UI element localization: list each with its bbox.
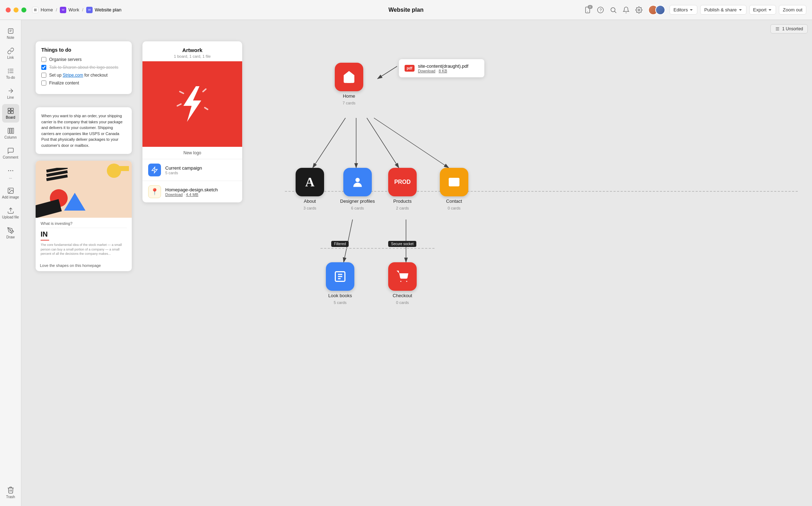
breadcrumb-current-label: Website plan <box>95 7 121 12</box>
todo-checkbox-3[interactable] <box>41 73 46 78</box>
artwork-header: Artwork 1 board, 1 card, 1 file <box>142 41 242 61</box>
sidebar-item-upload[interactable]: Upload file <box>2 204 19 222</box>
designer-node-label: Designer profiles <box>340 198 375 204</box>
search-icon[interactable] <box>610 6 617 14</box>
svg-rect-17 <box>11 111 13 114</box>
text-card: When you want to ship an order, your shi… <box>36 107 132 154</box>
pdf-download-link[interactable]: Download <box>418 69 436 73</box>
addimage-icon <box>7 187 14 194</box>
svg-line-42 <box>374 118 449 168</box>
file-icon: 📍 <box>148 185 161 198</box>
todo-item-3[interactable]: Set up Stripe.com for checkout <box>41 73 126 78</box>
todo-item-4[interactable]: Finalize content <box>41 81 126 86</box>
sidebar-item-more[interactable]: ... <box>2 164 19 182</box>
sidebar-item-line[interactable]: Line <box>2 84 19 103</box>
designer-node-icon <box>343 168 372 196</box>
node-checkout[interactable]: Checkout 0 cards <box>388 262 417 305</box>
home-node-icon <box>335 63 363 91</box>
todo-title: Things to do <box>41 47 126 53</box>
export-button[interactable]: Export <box>749 5 776 15</box>
todo-text-1: Organise servers <box>49 57 82 62</box>
artwork-red-box <box>142 61 242 147</box>
sidebar-item-addimage[interactable]: Add image <box>2 184 19 202</box>
draw-icon <box>7 227 14 234</box>
artwork-new-logo: New logo <box>142 147 242 159</box>
node-about[interactable]: A About 3 cards <box>296 168 324 210</box>
breadcrumb-sep-2: / <box>82 7 83 12</box>
breadcrumb-sep-1: / <box>56 7 57 12</box>
stripe-link[interactable]: Stripe.com <box>63 73 83 78</box>
column-icon <box>7 127 14 134</box>
sidebar-item-comment[interactable]: Comment <box>2 144 19 162</box>
close-button[interactable] <box>6 7 11 12</box>
todo-item-1[interactable]: Organise servers <box>41 57 126 62</box>
svg-line-32 <box>180 92 183 93</box>
lookbooks-node-icon <box>326 262 354 291</box>
unsorted-button[interactable]: 1 Unsorted <box>770 24 808 33</box>
device-icon[interactable]: 0 <box>584 6 591 14</box>
link-icon <box>7 47 14 55</box>
todo-checkbox-2[interactable] <box>41 65 46 70</box>
todo-item-2[interactable]: Talk to Sharon about the logo assets <box>41 65 126 70</box>
artwork-title: Artwork <box>148 47 236 53</box>
svg-rect-16 <box>8 111 10 114</box>
column-label: Column <box>4 135 16 139</box>
file-size: 4.4 MB <box>186 192 198 197</box>
breadcrumb-current[interactable]: W Website plan <box>86 7 121 13</box>
line-draw-icon <box>7 87 14 94</box>
svg-rect-18 <box>8 128 9 134</box>
svg-point-45 <box>355 178 360 182</box>
sidebar-item-note[interactable]: Note <box>2 24 19 43</box>
svg-point-21 <box>8 170 9 171</box>
svg-point-4 <box>611 7 615 12</box>
sidebar-item-draw[interactable]: Draw <box>2 224 19 242</box>
link-label: Link <box>7 56 14 60</box>
pdf-download[interactable]: Download · 8 KB <box>418 69 469 73</box>
svg-point-6 <box>638 9 640 11</box>
breadcrumb-work[interactable]: W Work <box>60 7 79 13</box>
svg-rect-20 <box>12 128 14 134</box>
campaign-count: 5 cards <box>165 171 236 175</box>
device-badge: 0 <box>588 5 593 9</box>
comment-icon <box>7 147 14 154</box>
sidebar-item-column[interactable]: Column <box>2 124 19 143</box>
node-lookbooks[interactable]: Look books 5 cards <box>326 262 354 305</box>
svg-point-51 <box>406 281 407 282</box>
page-title: Website plan <box>389 7 423 13</box>
file-download-link[interactable]: Download <box>165 192 183 197</box>
lookbooks-node-label: Look books <box>328 293 352 298</box>
node-designer[interactable]: Designer profiles 6 cards <box>340 168 375 210</box>
minimize-button[interactable] <box>14 7 19 12</box>
help-icon[interactable]: ? <box>597 6 604 14</box>
file-download[interactable]: Download · 4.4 MB <box>165 192 218 197</box>
avatar-2 <box>655 5 665 15</box>
node-home[interactable]: Home 7 cards <box>335 63 363 105</box>
settings-icon[interactable] <box>635 6 642 14</box>
svg-line-35 <box>205 108 208 109</box>
zoom-out-button[interactable]: Zoom out <box>779 5 806 15</box>
todo-checkbox-1[interactable] <box>41 57 46 62</box>
sidebar-item-trash[interactable]: Trash <box>2 483 19 502</box>
lookbooks-node-sub: 5 cards <box>334 300 347 305</box>
todo-checkbox-4[interactable] <box>41 81 46 86</box>
file-row[interactable]: 📍 Homepage-design.sketch Download · 4.4 … <box>142 181 242 202</box>
breadcrumb-home[interactable]: ⊞ Home <box>32 7 53 13</box>
canvas: 1 Unsorted Things to do Organise servers… <box>21 20 812 506</box>
checkout-node-label: Checkout <box>393 293 412 298</box>
node-contact[interactable]: Contact 0 cards <box>440 168 468 210</box>
campaign-row[interactable]: Current campaign 5 cards <box>142 159 242 181</box>
publish-share-button[interactable]: Publish & share <box>700 5 746 15</box>
home-node-sub: 7 cards <box>343 101 355 105</box>
sidebar-item-link[interactable]: Link <box>2 44 19 63</box>
svg-rect-15 <box>11 108 13 111</box>
draw-label: Draw <box>6 235 15 239</box>
sidebar-item-board[interactable]: Board <box>2 104 19 123</box>
svg-point-50 <box>400 281 401 282</box>
node-products[interactable]: PROD Products 2 cards <box>388 168 417 210</box>
todo-card: Things to do Organise servers Talk to Sh… <box>36 41 132 94</box>
editors-button[interactable]: Editors <box>670 5 697 15</box>
fullscreen-button[interactable] <box>21 7 26 12</box>
bell-icon[interactable] <box>623 6 630 14</box>
todo-text-2: Talk to Sharon about the logo assets <box>49 65 118 70</box>
sidebar-item-todo[interactable]: To-do <box>2 64 19 83</box>
